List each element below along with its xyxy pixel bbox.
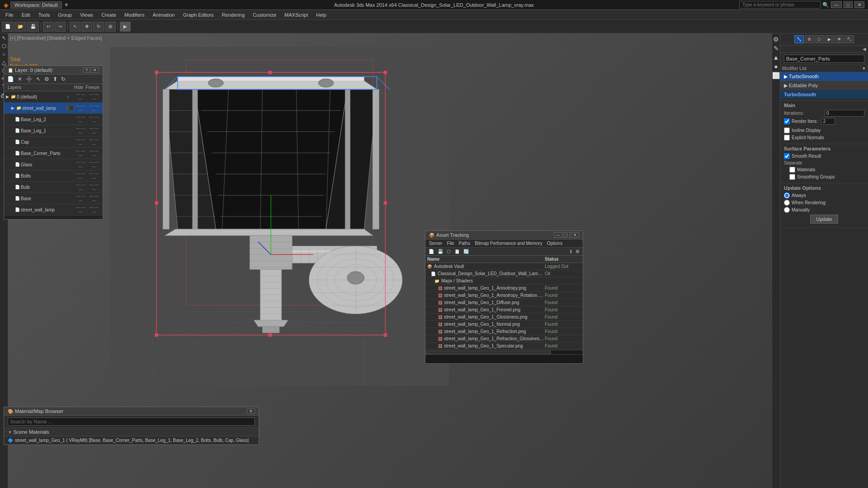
isoline-checkbox[interactable] <box>784 127 790 133</box>
asset-menu-file[interactable]: File <box>445 240 456 246</box>
asset-menu-paths[interactable]: Paths <box>457 240 472 246</box>
asset-tool-settings[interactable]: ⚙ <box>574 249 581 254</box>
layer-0-freeze[interactable]: — — — <box>87 92 101 101</box>
layer-select-btn[interactable]: ↖ <box>35 75 42 83</box>
layer-row-base[interactable]: 📄 Base — — — — — — <box>4 193 103 204</box>
asset-tool-4[interactable]: 📋 <box>453 249 461 254</box>
left-tool-4[interactable]: △ <box>0 59 7 66</box>
layer-bulb-hide[interactable]: — — — <box>74 183 87 192</box>
undo-button[interactable]: ↩ <box>43 22 54 32</box>
layer-row-bulb[interactable]: 📄 Bulb — — — — — — <box>4 182 103 193</box>
layer-row-glass[interactable]: 📄 Glass — — — — — — <box>4 159 103 170</box>
layer-lamp2-freeze[interactable]: — — — <box>87 205 101 214</box>
modifier-dropdown-icon[interactable]: ▼ <box>862 66 866 71</box>
asset-map-5[interactable]: 🖼 street_wall_lamp_Geo_1_Normal.png Foun… <box>425 321 583 328</box>
left-tool-2[interactable]: ⬡ <box>0 42 8 50</box>
asset-tool-2[interactable]: 💾 <box>436 249 444 254</box>
layer-delete-btn[interactable]: ✕ <box>16 75 24 83</box>
layer-row-street-lamp2[interactable]: 📄 street_wall_lamp — — — — — — <box>4 204 103 216</box>
asset-tool-3[interactable]: ⬡ <box>445 249 452 254</box>
render-button[interactable]: ▶ <box>120 22 131 32</box>
asset-menu-bitmap[interactable]: Bitmap Performance and Memory <box>473 240 544 246</box>
modify-icon[interactable]: 🔧 <box>794 35 804 43</box>
modifier-editable-poly[interactable]: ▶ Editable Poly <box>780 81 868 90</box>
menu-views[interactable]: Views <box>76 11 97 19</box>
menu-graph-editors[interactable]: Graph Editors <box>179 11 217 19</box>
left-tool-1[interactable]: ↖ <box>0 34 8 42</box>
scale-button[interactable]: ⊞ <box>105 22 116 32</box>
right-tool-2[interactable]: ✎ <box>772 44 780 52</box>
asset-map-6[interactable]: 🖼 street_wall_lamp_Geo_1_Refraction.png … <box>425 328 583 335</box>
layer-base-freeze[interactable]: — — — <box>87 194 101 203</box>
layer-scrollbar[interactable] <box>4 216 103 219</box>
layer-corner-freeze[interactable]: — — — <box>87 149 101 158</box>
move-button[interactable]: ✥ <box>81 22 92 32</box>
right-tool-3[interactable]: ▲ <box>772 53 781 61</box>
material-item-row[interactable]: 🔷 street_wall_lamp_Geo_1 ( VRayMtl) [Bas… <box>4 436 259 445</box>
layer-row-default[interactable]: ▶ 📁 0 (default) ✓ — — — — — — <box>4 91 103 103</box>
layer-lamp-freeze[interactable]: — — — <box>87 103 101 113</box>
layer-bolts-hide[interactable]: — — — <box>74 171 87 180</box>
menu-tools[interactable]: Tools <box>35 11 54 19</box>
menu-help[interactable]: Help <box>312 11 330 19</box>
layer-help-btn[interactable]: ? <box>83 67 90 73</box>
layer-row-cap[interactable]: 📄 Cap — — — — — — <box>4 136 103 148</box>
menu-customize[interactable]: Customize <box>249 11 280 19</box>
menu-create[interactable]: Create <box>98 11 120 19</box>
object-name-input[interactable] <box>784 55 864 63</box>
materials-checkbox[interactable] <box>789 167 795 173</box>
display-icon[interactable]: 👁 <box>835 35 844 43</box>
rotate-button[interactable]: ↻ <box>93 22 104 32</box>
smooth-result-checkbox[interactable] <box>784 153 790 159</box>
menu-group[interactable]: Group <box>54 11 75 19</box>
right-tool-4[interactable]: ● <box>773 62 779 70</box>
layer-bulb-freeze[interactable]: — — — <box>87 183 101 192</box>
layer-cap-freeze[interactable]: — — — <box>87 137 101 146</box>
render-iters-checkbox[interactable] <box>784 118 790 124</box>
asset-maximize-btn[interactable]: □ <box>563 232 570 238</box>
material-browser-title[interactable]: 🎨 Material/Map Browser ✕ <box>4 407 259 416</box>
menu-maxscript[interactable]: MAXScript <box>281 11 311 19</box>
layer-leg2-freeze[interactable]: — — — <box>87 115 101 124</box>
layer-base-hide[interactable]: — — — <box>74 194 87 203</box>
asset-vault-row[interactable]: 📦 Autodesk Vault Logged Out <box>425 263 583 270</box>
asset-map-0[interactable]: 🖼 street_wall_lamp_Geo_1_Anisotropy.png … <box>425 285 583 292</box>
asset-path-input[interactable] <box>425 355 583 363</box>
layer-lamp2-hide[interactable]: — — — <box>74 205 87 214</box>
layer-leg1-hide[interactable]: — — — <box>74 126 87 135</box>
layer-row-base-leg-2[interactable]: 📄 Base_Leg_2 — — — — — — <box>4 114 103 125</box>
asset-tracking-title[interactable]: 📦 Asset Tracking — □ ✕ <box>425 231 583 239</box>
close-button[interactable]: ✕ <box>854 1 864 8</box>
asset-minimize-btn[interactable]: — <box>554 232 562 238</box>
smoothing-groups-checkbox[interactable] <box>789 174 795 180</box>
menu-edit[interactable]: Edit <box>18 11 34 19</box>
layer-0-hide[interactable]: — — — <box>74 92 87 101</box>
layer-glass-hide[interactable]: — — — <box>74 160 87 169</box>
minimize-button[interactable]: — <box>831 1 842 8</box>
left-tool-3[interactable]: ○ <box>1 51 7 58</box>
redo-button[interactable]: ↪ <box>55 22 66 32</box>
layer-move-btn[interactable]: ⬆ <box>52 75 59 83</box>
asset-map-7[interactable]: 🖼 street_wall_lamp_Geo_1_Refraction_Glos… <box>425 335 583 343</box>
layer-lamp-hide[interactable]: — — — <box>74 103 87 113</box>
asset-maps-folder-row[interactable]: 📁 Maps / Shaders <box>425 277 583 285</box>
layer-corner-hide[interactable]: — — — <box>74 149 87 158</box>
material-close-btn[interactable]: ✕ <box>247 408 255 414</box>
asset-menu-options[interactable]: Options <box>545 240 564 246</box>
asset-hscrollbar[interactable] <box>425 351 583 354</box>
layer-add-object-btn[interactable]: ➕ <box>24 75 34 83</box>
save-button[interactable]: 💾 <box>27 22 39 32</box>
layer-row-base-corner[interactable]: 📄 Base_Corner_Parts — — — — — — <box>4 148 103 159</box>
right-tool-1[interactable]: ⚙ <box>772 35 780 43</box>
layer-dialog-title[interactable]: 📋 Layer: 0 (default) ? ✕ <box>4 66 103 75</box>
menu-animation[interactable]: Animation <box>149 11 179 19</box>
explicit-normals-checkbox[interactable] <box>784 135 790 141</box>
search-input[interactable] <box>739 1 821 9</box>
asset-map-4[interactable]: 🖼 street_wall_lamp_Geo_1_Glossiness.png … <box>425 314 583 321</box>
asset-map-1[interactable]: 🖼 street_wall_lamp_Geo_1_Anisotropy_Rota… <box>425 292 583 299</box>
asset-menu-server[interactable]: Server <box>427 240 444 246</box>
utilities-icon[interactable]: 🔨 <box>844 35 854 43</box>
asset-file-row[interactable]: 📄 Classical_Design_Solar_LED_Outdoor_Wal… <box>425 270 583 277</box>
scene-materials-header[interactable]: ▼ Scene Materials <box>4 428 259 436</box>
layer-row-base-leg-1[interactable]: 📄 Base_Leg_1 — — — — — — <box>4 125 103 136</box>
